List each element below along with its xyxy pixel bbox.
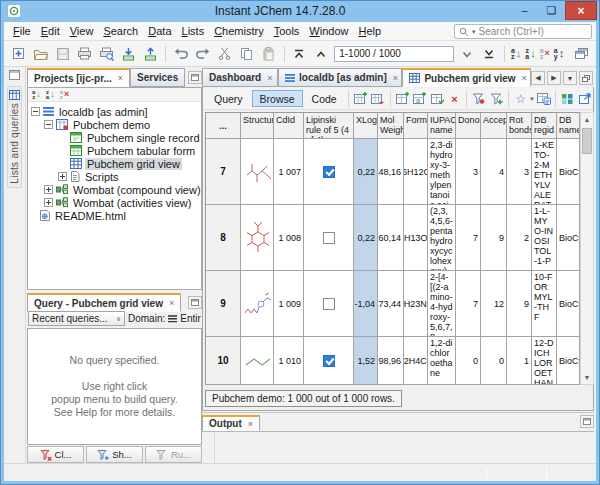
lipinski-checkbox[interactable] xyxy=(323,166,335,178)
iupac-name-cell[interactable]: 2-[4-[(2-amino-4-hydroxy-5,6,7,8 xyxy=(428,271,456,337)
lipinski-checkbox[interactable] xyxy=(323,298,335,310)
vertical-scrollbar[interactable]: ▲ ▼ xyxy=(580,112,594,385)
iupac-name-cell[interactable]: (2,3,4,5,6-pentahydroxycyclohexoxy) xyxy=(428,205,456,271)
filter-error-icon[interactable] xyxy=(471,90,486,107)
header-xlogp[interactable]: XLogP xyxy=(354,113,378,139)
db-regid-cell[interactable]: 1-L-MYO-INOSITOL-1-P xyxy=(532,205,557,271)
menu-edit[interactable]: Edit xyxy=(36,23,65,39)
xlogp-cell[interactable]: 1,52 xyxy=(354,337,378,385)
lipinski-cell[interactable] xyxy=(304,139,354,205)
tree-item-grid-view[interactable]: Pubchem grid view xyxy=(28,157,201,170)
next-record-icon[interactable] xyxy=(458,44,476,63)
formula-cell[interactable]: C20H23N7O7 xyxy=(404,271,428,337)
rot-bonds-cell[interactable]: 3 xyxy=(507,139,532,205)
projects-clear-sort-icon[interactable]: az× xyxy=(60,86,70,104)
clear-sort-icon[interactable]: az× xyxy=(540,45,550,63)
copy-icon[interactable] xyxy=(238,44,256,63)
header-lipinski[interactable]: Lipinski rule of 5 (4 of 4) xyxy=(304,113,354,139)
scrollbar-thumb[interactable] xyxy=(582,128,592,154)
delete-row-icon[interactable] xyxy=(370,90,385,107)
db-name-cell[interactable]: BioCyc xyxy=(557,337,580,385)
xlogp-cell[interactable]: 0,22 xyxy=(354,205,378,271)
projects-sort-desc-icon[interactable]: za↓ xyxy=(46,86,55,104)
cdid-cell[interactable]: 1 007 xyxy=(274,139,304,205)
row-number[interactable]: 7 xyxy=(206,139,241,205)
formula-cell[interactable]: C6H13O9P xyxy=(404,205,428,271)
row-number[interactable]: 8 xyxy=(206,205,241,271)
tab-projects[interactable]: Projects [ijc-pr... × xyxy=(27,68,130,87)
xlogp-cell[interactable]: 0,22 xyxy=(354,139,378,205)
header-structure[interactable]: Structure xyxy=(241,113,274,139)
header-iupac-name[interactable]: IUPAC name xyxy=(428,113,456,139)
new-form-icon[interactable] xyxy=(10,44,28,63)
rot-bonds-cell[interactable]: 2 xyxy=(507,205,532,271)
sort-descending-icon[interactable]: za↓ xyxy=(525,45,535,63)
tree-item-scripts[interactable]: Scripts xyxy=(28,170,201,183)
code-mode-button[interactable]: Code xyxy=(305,90,344,107)
rot-bonds-cell[interactable]: 9 xyxy=(507,271,532,337)
domain-value[interactable]: Entir xyxy=(180,313,201,324)
cascade-windows-icon[interactable] xyxy=(572,44,590,63)
tree-item-wombat-activities[interactable]: Wombat (activities view) xyxy=(28,196,201,209)
import-icon[interactable] xyxy=(120,44,138,63)
mol-weight-cell[interactable]: 260,14 xyxy=(378,205,404,271)
open-icon[interactable] xyxy=(32,44,50,63)
tree-item-tabular-form[interactable]: Pubchem tabular form xyxy=(28,144,201,157)
print-icon[interactable] xyxy=(76,44,94,63)
collapse-icon[interactable] xyxy=(44,120,53,129)
add-field-icon[interactable] xyxy=(394,90,409,107)
tree-item-readme[interactable]: README.html xyxy=(28,209,201,222)
minimize-panel-icon[interactable] xyxy=(188,71,202,84)
lipinski-cell[interactable] xyxy=(304,205,354,271)
close-icon[interactable]: × xyxy=(393,73,398,83)
remove-field-icon[interactable]: × xyxy=(447,90,462,107)
header-rot-bonds[interactable]: Rot bonds xyxy=(507,113,532,139)
run-query-button[interactable]: Ru... xyxy=(145,446,202,463)
table-search-icon[interactable] xyxy=(536,90,551,107)
xlogp-cell[interactable]: -1,04 xyxy=(354,271,378,337)
db-name-cell[interactable]: BioCyc xyxy=(557,271,580,337)
header-db-name[interactable]: DB name xyxy=(557,113,580,139)
menu-file[interactable]: File xyxy=(8,23,36,39)
cdid-cell[interactable]: 1 010 xyxy=(274,337,304,385)
header-donors[interactable]: Donors xyxy=(456,113,481,139)
structure-cell[interactable] xyxy=(241,139,274,205)
favorites-icon[interactable]: ☆ xyxy=(513,90,528,107)
close-icon[interactable]: × xyxy=(248,419,253,429)
add-chemical-field-icon[interactable]: a xyxy=(412,90,427,107)
mol-weight-cell[interactable]: 473,44 xyxy=(378,271,404,337)
minimize-panel-icon[interactable] xyxy=(188,296,202,309)
previous-record-icon[interactable] xyxy=(312,44,330,63)
cut-icon[interactable] xyxy=(216,44,234,63)
menu-lists[interactable]: Lists xyxy=(177,23,210,39)
undo-icon[interactable] xyxy=(172,44,190,63)
row-number[interactable]: 10 xyxy=(206,337,241,385)
scroll-down-icon[interactable]: ▼ xyxy=(584,371,591,384)
formula-cell[interactable]: C2H4Cl2 xyxy=(404,337,428,385)
add-row-icon[interactable] xyxy=(353,90,368,107)
rot-bonds-cell[interactable]: 1 xyxy=(507,337,532,385)
header-db-regid[interactable]: DB regid xyxy=(532,113,557,139)
donors-cell[interactable]: 7 xyxy=(456,205,481,271)
acceptors-cell[interactable]: 4 xyxy=(481,139,507,205)
cdid-cell[interactable]: 1 008 xyxy=(274,205,304,271)
tab-pubchem-grid-view[interactable]: Pubchem grid view × xyxy=(402,68,531,87)
manage-fields-icon[interactable] xyxy=(429,90,444,107)
menu-search[interactable]: Search xyxy=(98,23,143,39)
sort-ascending-icon[interactable]: az↓ xyxy=(511,45,521,63)
redo-icon[interactable] xyxy=(194,44,212,63)
structure-cell[interactable] xyxy=(241,205,274,271)
iupac-name-cell[interactable]: 1,2-dichloroethane xyxy=(428,337,456,385)
recent-queries-dropdown[interactable]: Recent queries... ∨ xyxy=(28,311,125,326)
close-icon[interactable]: × xyxy=(522,73,527,83)
menu-view[interactable]: View xyxy=(65,23,99,39)
tab-output[interactable]: Output × xyxy=(202,415,260,431)
db-regid-cell[interactable]: 12-DICHLOROETHANE xyxy=(532,337,557,385)
tree-item-wombat-compound[interactable]: Wombat (compound view) xyxy=(28,183,201,196)
db-regid-cell[interactable]: 1-KETO-2-METHYLVALERATE xyxy=(532,139,557,205)
tree-item-pubchem-demo[interactable]: Pubchem demo xyxy=(28,118,201,131)
maximize-button[interactable]: ❏ xyxy=(538,1,565,19)
mol-weight-cell[interactable]: 98,96 xyxy=(378,337,404,385)
tab-services[interactable]: Services xyxy=(130,68,185,87)
show-query-button[interactable]: Sh... xyxy=(86,446,143,463)
